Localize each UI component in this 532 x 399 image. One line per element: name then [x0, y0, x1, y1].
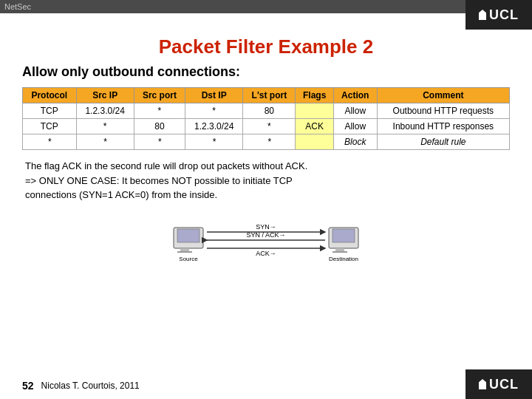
flags-cell: ACK — [296, 119, 333, 134]
col-srcport: Src port — [134, 88, 185, 103]
svg-rect-6 — [332, 229, 355, 242]
cell: Inbound HTTP responses — [377, 119, 509, 134]
page-number: 52 — [22, 380, 34, 392]
author: Nicolas T. Courtois, 2011 — [41, 381, 140, 391]
svg-text:SYN / ACK→: SYN / ACK→ — [246, 231, 285, 239]
filter-table: Protocol Src IP Src port Dst IP L'st por… — [22, 87, 510, 150]
svg-rect-3 — [177, 251, 192, 253]
topbar: NetSec — [0, 0, 532, 13]
desc-line1: The flag ACK in the second rule will dro… — [25, 159, 510, 174]
table-row: TCP 1.2.3.0/24 * * 80 Allow Outbound HTT… — [23, 103, 510, 119]
cell: * — [185, 103, 243, 119]
table-row: * * * * * Block Default rule — [23, 134, 510, 150]
cell: TCP — [23, 119, 77, 134]
svg-rect-2 — [180, 248, 189, 251]
svg-text:ACK→: ACK→ — [256, 250, 276, 257]
ucl-logo-bottom: UCL — [466, 369, 532, 399]
cell: Default rule — [377, 134, 509, 150]
cell: Allow — [333, 103, 377, 119]
topbar-label: NetSec — [4, 2, 31, 11]
cell: * — [243, 134, 296, 150]
flags-cell — [296, 134, 333, 150]
col-dstip: Dst IP — [185, 88, 243, 103]
cell: 1.2.3.0/24 — [76, 103, 134, 119]
svg-text:Destination: Destination — [329, 256, 358, 262]
flags-cell — [296, 103, 333, 119]
col-protocol: Protocol — [23, 88, 77, 103]
main-content: Packet Filter Example 2 Allow only outbo… — [0, 13, 532, 287]
cell: TCP — [23, 103, 77, 119]
cell: * — [185, 134, 243, 150]
cell: Allow — [333, 119, 377, 134]
page-title: Packet Filter Example 2 — [22, 35, 510, 58]
cell: Outbound HTTP requests — [377, 103, 509, 119]
table-row: TCP * 80 1.2.3.0/24 * ACK Allow Inbound … — [23, 119, 510, 134]
subtitle: Allow only outbound connections: — [22, 64, 510, 80]
desc-line3: connections (SYN=1 ACK=0) from the insid… — [25, 188, 510, 202]
desc-line2: => ONLY ONE CASE: It becomes NOT possibl… — [25, 174, 510, 188]
cell: * — [23, 134, 77, 150]
col-comment: Comment — [377, 88, 509, 103]
description: The flag ACK in the second rule will dro… — [25, 159, 510, 202]
col-srcip: Src IP — [76, 88, 134, 103]
col-flags: Flags — [296, 88, 333, 103]
cell: 80 — [134, 119, 185, 134]
svg-rect-8 — [332, 251, 347, 253]
svg-text:SYN→: SYN→ — [256, 223, 276, 231]
ucl-logo-top: UCL — [466, 0, 532, 30]
cell: 1.2.3.0/24 — [185, 119, 243, 134]
svg-text:Source: Source — [179, 256, 198, 262]
svg-rect-7 — [335, 248, 344, 251]
diagram-area: Source Destination SYN→ SYN / ACK→ ACK→ — [22, 213, 510, 279]
ucl-logo-top-text: UCL — [489, 7, 519, 23]
footer: 52 Nicolas T. Courtois, 2011 — [22, 380, 140, 392]
cell: * — [76, 119, 134, 134]
cell: 80 — [243, 103, 296, 119]
cell: * — [243, 119, 296, 134]
ucl-logo-bottom-text: UCL — [489, 377, 519, 392]
col-action: Action — [333, 88, 377, 103]
cell: * — [76, 134, 134, 150]
diagram-svg: Source Destination SYN→ SYN / ACK→ ACK→ — [170, 213, 362, 279]
cell: * — [134, 134, 185, 150]
svg-rect-1 — [177, 229, 200, 242]
col-lstport: L'st port — [243, 88, 296, 103]
cell: * — [134, 103, 185, 119]
cell: Block — [333, 134, 377, 150]
